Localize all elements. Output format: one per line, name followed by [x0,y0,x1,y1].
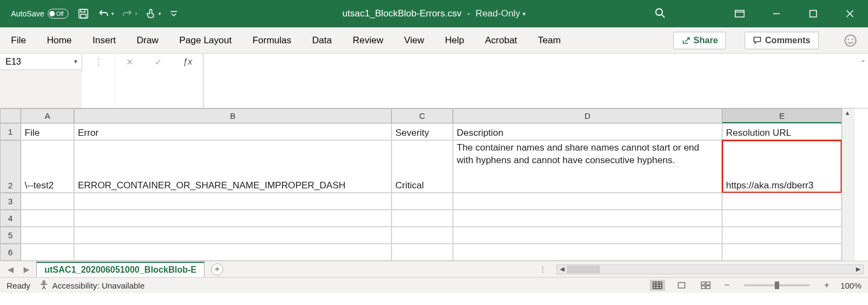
cell-b1[interactable]: Error [74,123,392,140]
page-break-view-icon[interactable] [698,280,713,291]
cell-b4[interactable] [74,210,392,227]
accessibility-status[interactable]: Accessibility: Unavailable [39,280,144,290]
ribbon-display-options-button[interactable] [721,0,758,27]
cell-c1[interactable]: Severity [392,123,453,140]
chevron-down-icon[interactable]: ▼ [73,59,78,65]
cell-a3[interactable] [21,193,74,210]
formula-input[interactable]: ⌄ [203,54,868,108]
cell-e4[interactable] [722,210,842,227]
normal-view-icon[interactable] [650,280,665,291]
tab-file[interactable]: File [10,33,27,48]
cell-b6[interactable] [74,244,392,261]
chevron-down-icon[interactable]: ▾ [111,11,114,16]
maximize-button[interactable] [795,0,831,27]
cell-a2[interactable]: \--test2 [21,140,74,193]
cell-e5[interactable] [722,227,842,244]
tab-acrobat[interactable]: Acrobat [484,33,518,48]
scroll-up-icon[interactable]: ▲ [844,110,850,116]
titlebar-right [654,0,868,27]
scrollbar-thumb[interactable] [567,266,600,273]
column-header-b[interactable]: B [74,108,392,123]
chevron-down-icon[interactable]: ▾ [158,11,161,16]
cell-d1[interactable]: Description [453,123,722,140]
cell-e1[interactable]: Resolution URL [722,123,842,140]
row-header-2[interactable]: 2 [0,140,21,193]
sheet-nav-prev[interactable]: ◀ [4,265,17,274]
sheet-nav-next[interactable]: ▶ [20,265,33,274]
tab-data[interactable]: Data [311,33,333,48]
tab-team[interactable]: Team [537,33,562,48]
share-button[interactable]: Share [673,32,726,49]
undo-button[interactable]: ▾ [98,8,114,19]
search-button[interactable] [654,7,721,21]
add-sheet-button[interactable]: ＋ [211,263,223,275]
enter-formula-icon[interactable]: ✓ [155,57,162,67]
cell-b3[interactable] [74,193,392,210]
horizontal-scrollbar[interactable]: ◀ ▶ [557,264,864,274]
autosave-toggle[interactable]: AutoSave Off [11,9,69,19]
tab-home[interactable]: Home [46,33,72,48]
comments-button[interactable]: Comments [745,32,819,49]
select-all-corner[interactable] [0,108,21,123]
cell-c6[interactable] [392,244,453,261]
zoom-slider[interactable] [744,284,810,286]
tab-review[interactable]: Review [351,33,384,48]
touch-mode-button[interactable]: ▾ [145,8,161,19]
cell-c5[interactable] [392,227,453,244]
row-header-5[interactable]: 5 [0,227,21,244]
cell-e3[interactable] [722,193,842,210]
cell-a6[interactable] [21,244,74,261]
cell-a5[interactable] [21,227,74,244]
column-header-d[interactable]: D [453,108,722,123]
vertical-scrollbar[interactable]: ▲ [842,108,855,261]
save-icon[interactable] [76,7,90,21]
chevron-down-icon[interactable]: ▾ [135,11,138,16]
zoom-out-button[interactable]: − [722,280,732,290]
tab-help[interactable]: Help [444,33,466,48]
row-header-3[interactable]: 3 [0,193,21,210]
sheet-tab-active[interactable]: utSAC1_202006051000_BlockBlob-E [36,262,205,277]
cancel-formula-icon[interactable]: ✕ [126,57,133,67]
cell-d3[interactable] [453,193,722,210]
feedback-smiley-icon[interactable] [843,33,858,48]
column-header-e[interactable]: E [722,108,842,123]
cell-b5[interactable] [74,227,392,244]
tab-draw[interactable]: Draw [135,33,160,48]
row-header-1[interactable]: 1 [0,123,21,140]
cell-c4[interactable] [392,210,453,227]
expand-formula-bar-icon[interactable]: ⌄ [860,56,866,64]
spreadsheet-grid[interactable]: A B C D E ▲ 1 File Error Severity Descri… [0,108,868,261]
minimize-button[interactable] [758,0,795,27]
customize-qat-button[interactable] [169,7,179,21]
zoom-level[interactable]: 100% [841,281,861,290]
sheet-splitter[interactable]: ⋮ [539,265,553,274]
tab-view[interactable]: View [403,33,426,48]
read-only-dropdown[interactable]: Read-Only ▾ [475,8,525,19]
cell-e6[interactable] [722,244,842,261]
cell-c2[interactable]: Critical [392,140,453,193]
scroll-right-icon[interactable]: ▶ [853,265,863,274]
cell-d6[interactable] [453,244,722,261]
column-header-a[interactable]: A [21,108,74,123]
zoom-in-button[interactable]: + [822,280,832,290]
insert-function-icon[interactable]: ƒx [183,57,192,67]
scroll-left-icon[interactable]: ◀ [557,265,567,274]
cell-a1[interactable]: File [21,123,74,140]
cell-d4[interactable] [453,210,722,227]
close-button[interactable] [831,0,868,27]
page-layout-view-icon[interactable] [674,280,689,291]
tab-formulas[interactable]: Formulas [251,33,292,48]
name-box[interactable]: E13 ▼ [0,54,82,70]
cell-b2[interactable]: ERROR_CONTAINER_OR_SHARE_NAME_IMPROPER_D… [74,140,392,193]
cell-e2[interactable]: https://aka.ms/dberr3 [722,140,842,193]
cell-c3[interactable] [392,193,453,210]
tab-page-layout[interactable]: Page Layout [178,33,232,48]
redo-button[interactable]: ▾ [122,8,138,19]
cell-d5[interactable] [453,227,722,244]
row-header-6[interactable]: 6 [0,244,21,261]
tab-insert[interactable]: Insert [92,33,117,48]
row-header-4[interactable]: 4 [0,210,21,227]
column-header-c[interactable]: C [392,108,453,123]
cell-d2[interactable]: The container names and share names cann… [453,140,722,193]
cell-a4[interactable] [21,210,74,227]
